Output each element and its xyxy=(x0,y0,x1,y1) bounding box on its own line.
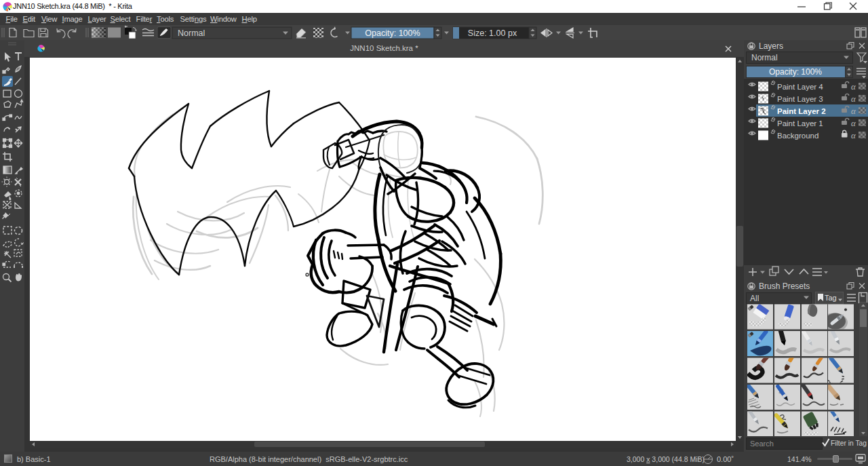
svg-text:Brush Presets: Brush Presets xyxy=(759,281,810,291)
svg-text:Layers: Layers xyxy=(759,41,783,51)
svg-text:Filter in Tag: Filter in Tag xyxy=(831,440,867,447)
svg-text:Tag: Tag xyxy=(825,294,837,302)
svg-text:Paint Layer 1: Paint Layer 1 xyxy=(777,119,823,128)
svg-text:Paint Layer 3: Paint Layer 3 xyxy=(777,95,823,103)
svg-text:Size: 1.00 px: Size: 1.00 px xyxy=(468,28,517,38)
svg-text:Normal: Normal xyxy=(751,53,778,62)
svg-text:Opacity: 100%: Opacity: 100% xyxy=(365,28,420,38)
svg-text:Background: Background xyxy=(777,132,818,140)
svg-text:All: All xyxy=(750,294,759,303)
svg-text:Search: Search xyxy=(750,440,774,448)
svg-text:Normal: Normal xyxy=(178,28,205,38)
svg-text:Paint Layer 2: Paint Layer 2 xyxy=(777,107,826,115)
svg-text:Opacity: 100%: Opacity: 100% xyxy=(769,67,822,77)
svg-text:Paint Layer 4: Paint Layer 4 xyxy=(777,83,823,91)
